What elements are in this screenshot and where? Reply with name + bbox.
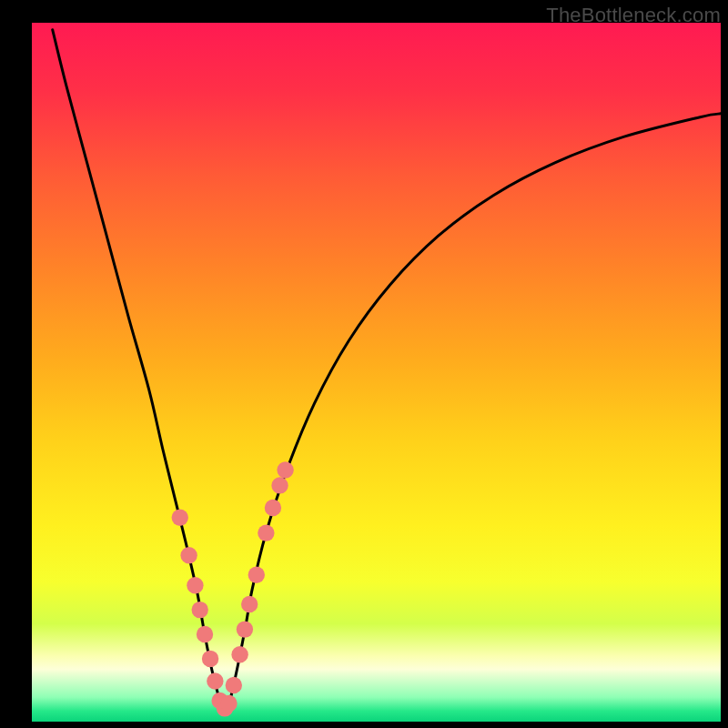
sample-dot [192, 602, 208, 618]
sample-dot [202, 651, 218, 667]
sample-dot [207, 672, 223, 689]
sample-dot [226, 677, 242, 693]
chart-frame: TheBottleneck.com [0, 0, 728, 728]
sample-dot [180, 547, 197, 563]
sample-dot [241, 596, 258, 612]
sample-dot [265, 500, 281, 516]
sample-dot [258, 524, 274, 541]
sample-dot [248, 567, 265, 583]
sample-dot [187, 577, 203, 593]
gradient-background [32, 23, 721, 722]
sample-dot [231, 646, 248, 662]
sample-dot [237, 621, 253, 637]
sample-dot [277, 461, 293, 478]
watermark-text: TheBottleneck.com [546, 4, 721, 27]
sample-dot [172, 510, 188, 526]
sample-dot [271, 477, 288, 493]
sample-dot [197, 626, 213, 642]
plot-area [32, 23, 721, 722]
chart-svg [32, 23, 721, 722]
sample-dot [220, 695, 237, 712]
